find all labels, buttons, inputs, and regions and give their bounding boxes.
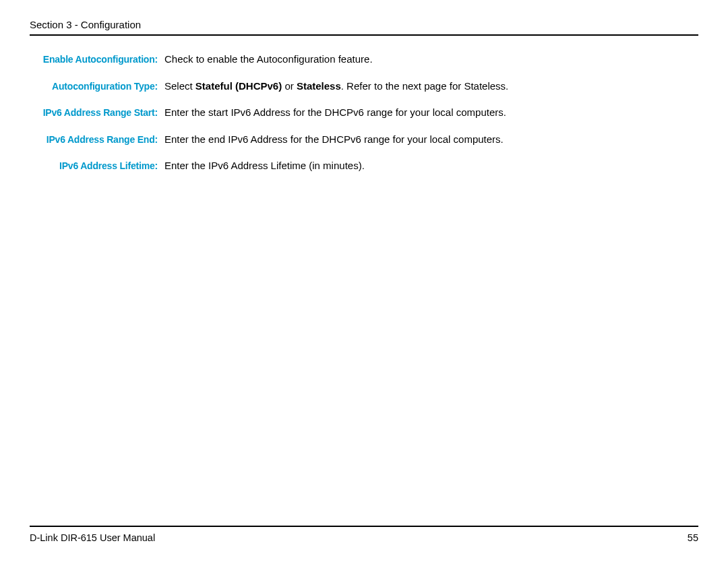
definition-label: Autoconfiguration Type:	[30, 80, 164, 94]
definitions-list: Enable Autoconfiguration: Check to enabl…	[30, 49, 698, 173]
definition-row: Enable Autoconfiguration: Check to enabl…	[30, 52, 698, 67]
definition-row: Autoconfiguration Type: Select Stateful …	[30, 79, 698, 94]
definition-label: IPv6 Address Range End:	[30, 133, 164, 147]
definition-label: IPv6 Address Range Start:	[30, 106, 164, 120]
definition-description: Select Stateful (DHCPv6) or Stateless. R…	[164, 79, 698, 93]
manual-name: D-Link DIR-615 User Manual	[30, 532, 155, 543]
definition-label: Enable Autoconfiguration:	[30, 53, 164, 67]
definition-row: IPv6 Address Range Start: Enter the star…	[30, 105, 698, 120]
section-header: Section 3 - Configuration	[30, 19, 698, 36]
definition-label: IPv6 Address Lifetime:	[30, 160, 164, 173]
page-footer: D-Link DIR-615 User Manual 55	[30, 526, 698, 543]
definition-description: Check to enable the Autoconfiguration fe…	[164, 52, 698, 66]
definition-row: IPv6 Address Lifetime: Enter the IPv6 Ad…	[30, 158, 698, 173]
definition-description: Enter the start IPv6 Address for the DHC…	[164, 105, 698, 119]
definition-row: IPv6 Address Range End: Enter the end IP…	[30, 132, 698, 147]
definition-description: Enter the end IPv6 Address for the DHCPv…	[164, 132, 698, 146]
section-label: Section 3 - Configuration	[30, 19, 141, 30]
definition-description: Enter the IPv6 Address Lifetime (in minu…	[164, 158, 698, 173]
page-number: 55	[688, 532, 698, 543]
